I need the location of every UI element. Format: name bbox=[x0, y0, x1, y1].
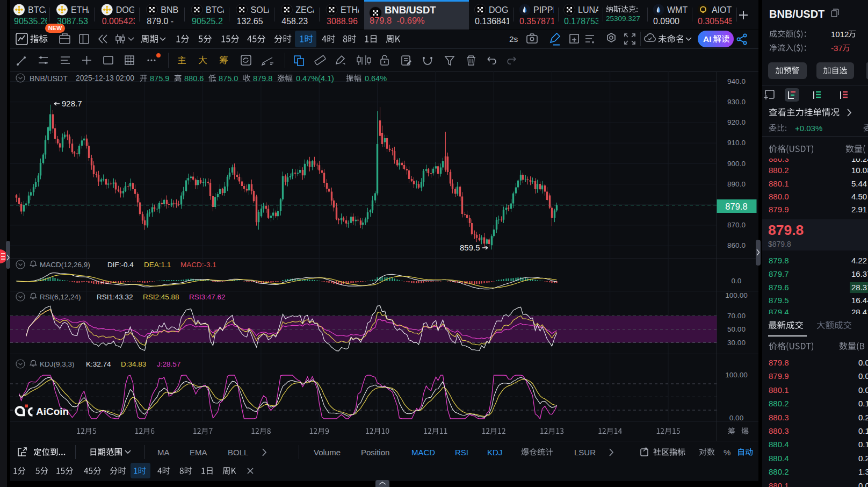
svg-text:879.8: 879.8 bbox=[725, 202, 747, 211]
